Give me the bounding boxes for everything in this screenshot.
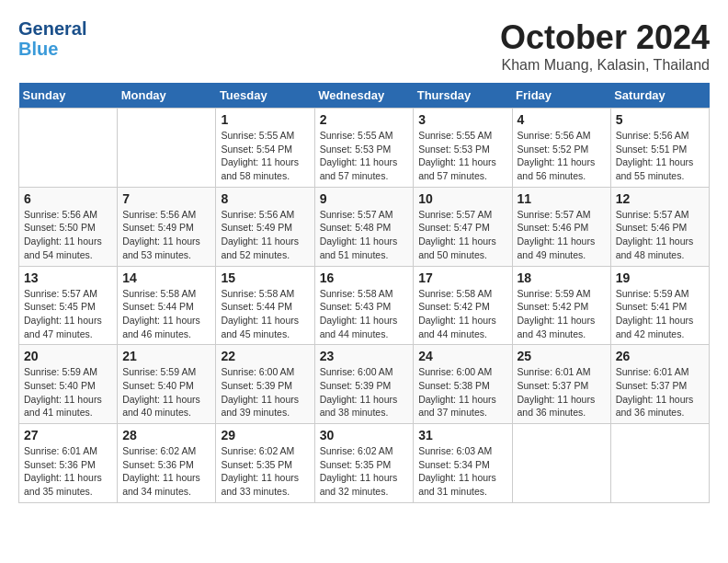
day-info: Sunrise: 6:00 AM Sunset: 5:39 PM Dayligh… — [221, 365, 309, 419]
calendar-cell: 20Sunrise: 5:59 AM Sunset: 5:40 PM Dayli… — [19, 345, 118, 424]
calendar-cell: 28Sunrise: 6:02 AM Sunset: 5:36 PM Dayli… — [118, 424, 216, 503]
calendar-cell: 16Sunrise: 5:58 AM Sunset: 5:43 PM Dayli… — [314, 266, 414, 345]
week-row-4: 20Sunrise: 5:59 AM Sunset: 5:40 PM Dayli… — [19, 345, 710, 424]
location-title: Kham Muang, Kalasin, Thailand — [500, 57, 710, 74]
day-number: 28 — [122, 428, 210, 442]
day-info: Sunrise: 5:59 AM Sunset: 5:42 PM Dayligh… — [518, 287, 606, 341]
day-number: 8 — [221, 191, 309, 206]
calendar-cell: 11Sunrise: 5:57 AM Sunset: 5:46 PM Dayli… — [512, 187, 610, 266]
day-number: 23 — [320, 349, 409, 363]
day-info: Sunrise: 5:55 AM Sunset: 5:54 PM Dayligh… — [221, 129, 309, 183]
day-info: Sunrise: 5:58 AM Sunset: 5:42 PM Dayligh… — [418, 287, 506, 341]
weekday-header-tuesday: Tuesday — [216, 83, 314, 109]
day-number: 30 — [320, 428, 409, 442]
calendar-cell: 23Sunrise: 6:00 AM Sunset: 5:39 PM Dayli… — [314, 345, 414, 424]
day-number: 17 — [418, 270, 506, 285]
calendar-cell: 2Sunrise: 5:55 AM Sunset: 5:53 PM Daylig… — [314, 109, 414, 188]
day-number: 2 — [320, 112, 409, 127]
calendar-cell: 30Sunrise: 6:02 AM Sunset: 5:35 PM Dayli… — [314, 424, 414, 503]
logo: General Blue — [18, 18, 86, 59]
calendar-cell: 17Sunrise: 5:58 AM Sunset: 5:42 PM Dayli… — [414, 266, 512, 345]
day-number: 20 — [24, 349, 112, 363]
day-info: Sunrise: 6:01 AM Sunset: 5:37 PM Dayligh… — [616, 365, 704, 419]
day-info: Sunrise: 5:56 AM Sunset: 5:50 PM Dayligh… — [24, 208, 112, 262]
weekday-header-sunday: Sunday — [19, 83, 118, 109]
day-info: Sunrise: 5:56 AM Sunset: 5:49 PM Dayligh… — [221, 208, 309, 262]
week-row-2: 6Sunrise: 5:56 AM Sunset: 5:50 PM Daylig… — [19, 187, 710, 266]
weekday-header-saturday: Saturday — [610, 83, 709, 109]
calendar-cell: 9Sunrise: 5:57 AM Sunset: 5:48 PM Daylig… — [314, 187, 414, 266]
calendar-cell: 14Sunrise: 5:58 AM Sunset: 5:44 PM Dayli… — [118, 266, 216, 345]
weekday-header-thursday: Thursday — [414, 83, 512, 109]
weekday-header-wednesday: Wednesday — [314, 83, 414, 109]
day-info: Sunrise: 6:01 AM Sunset: 5:37 PM Dayligh… — [518, 365, 606, 419]
day-number: 16 — [320, 270, 409, 285]
calendar-cell — [512, 424, 610, 503]
calendar-cell: 24Sunrise: 6:00 AM Sunset: 5:38 PM Dayli… — [414, 345, 512, 424]
day-info: Sunrise: 5:57 AM Sunset: 5:48 PM Dayligh… — [320, 208, 409, 262]
day-info: Sunrise: 5:55 AM Sunset: 5:53 PM Dayligh… — [320, 129, 409, 183]
calendar-cell: 22Sunrise: 6:00 AM Sunset: 5:39 PM Dayli… — [216, 345, 314, 424]
day-info: Sunrise: 5:56 AM Sunset: 5:49 PM Dayligh… — [122, 208, 210, 262]
day-number: 1 — [221, 112, 309, 127]
day-number: 19 — [616, 270, 704, 285]
calendar-cell: 21Sunrise: 5:59 AM Sunset: 5:40 PM Dayli… — [118, 345, 216, 424]
calendar-cell — [19, 109, 118, 188]
day-number: 27 — [24, 428, 112, 442]
day-info: Sunrise: 5:58 AM Sunset: 5:44 PM Dayligh… — [221, 287, 309, 341]
day-number: 13 — [24, 270, 112, 285]
calendar-cell: 12Sunrise: 5:57 AM Sunset: 5:46 PM Dayli… — [610, 187, 709, 266]
month-title: October 2024 — [500, 18, 710, 57]
day-number: 31 — [418, 428, 506, 442]
day-number: 26 — [616, 349, 704, 363]
calendar-cell: 25Sunrise: 6:01 AM Sunset: 5:37 PM Dayli… — [512, 345, 610, 424]
title-block: October 2024 Kham Muang, Kalasin, Thaila… — [500, 18, 710, 74]
calendar-cell: 18Sunrise: 5:59 AM Sunset: 5:42 PM Dayli… — [512, 266, 610, 345]
day-number: 10 — [418, 191, 506, 206]
week-row-5: 27Sunrise: 6:01 AM Sunset: 5:36 PM Dayli… — [19, 424, 710, 503]
logo-line2: Blue — [18, 39, 58, 59]
calendar-cell: 29Sunrise: 6:02 AM Sunset: 5:35 PM Dayli… — [216, 424, 314, 503]
calendar-cell: 4Sunrise: 5:56 AM Sunset: 5:52 PM Daylig… — [512, 109, 610, 188]
day-number: 14 — [122, 270, 210, 285]
day-number: 9 — [320, 191, 409, 206]
calendar-cell: 15Sunrise: 5:58 AM Sunset: 5:44 PM Dayli… — [216, 266, 314, 345]
logo-container: General Blue — [18, 18, 86, 59]
calendar-cell: 5Sunrise: 5:56 AM Sunset: 5:51 PM Daylig… — [610, 109, 709, 188]
day-info: Sunrise: 6:00 AM Sunset: 5:38 PM Dayligh… — [418, 365, 506, 419]
day-number: 25 — [518, 349, 606, 363]
week-row-3: 13Sunrise: 5:57 AM Sunset: 5:45 PM Dayli… — [19, 266, 710, 345]
calendar-cell: 3Sunrise: 5:55 AM Sunset: 5:53 PM Daylig… — [414, 109, 512, 188]
day-info: Sunrise: 5:57 AM Sunset: 5:45 PM Dayligh… — [24, 287, 112, 341]
day-info: Sunrise: 5:58 AM Sunset: 5:43 PM Dayligh… — [320, 287, 409, 341]
day-number: 18 — [518, 270, 606, 285]
day-number: 3 — [418, 112, 506, 127]
day-number: 5 — [616, 112, 704, 127]
calendar-cell: 1Sunrise: 5:55 AM Sunset: 5:54 PM Daylig… — [216, 109, 314, 188]
day-number: 7 — [122, 191, 210, 206]
day-number: 11 — [518, 191, 606, 206]
calendar-cell: 26Sunrise: 6:01 AM Sunset: 5:37 PM Dayli… — [610, 345, 709, 424]
day-info: Sunrise: 5:57 AM Sunset: 5:46 PM Dayligh… — [518, 208, 606, 262]
day-info: Sunrise: 5:56 AM Sunset: 5:51 PM Dayligh… — [616, 129, 704, 183]
calendar-cell: 19Sunrise: 5:59 AM Sunset: 5:41 PM Dayli… — [610, 266, 709, 345]
day-number: 24 — [418, 349, 506, 363]
day-info: Sunrise: 5:56 AM Sunset: 5:52 PM Dayligh… — [518, 129, 606, 183]
day-info: Sunrise: 6:02 AM Sunset: 5:35 PM Dayligh… — [221, 444, 309, 499]
weekday-header-friday: Friday — [512, 83, 610, 109]
day-info: Sunrise: 6:02 AM Sunset: 5:36 PM Dayligh… — [122, 444, 210, 499]
weekday-header-row: SundayMondayTuesdayWednesdayThursdayFrid… — [19, 83, 710, 109]
day-number: 21 — [122, 349, 210, 363]
day-number: 22 — [221, 349, 309, 363]
day-info: Sunrise: 5:59 AM Sunset: 5:40 PM Dayligh… — [24, 365, 112, 419]
day-info: Sunrise: 6:02 AM Sunset: 5:35 PM Dayligh… — [320, 444, 409, 499]
day-info: Sunrise: 6:00 AM Sunset: 5:39 PM Dayligh… — [320, 365, 409, 419]
day-number: 29 — [221, 428, 309, 442]
calendar-cell: 10Sunrise: 5:57 AM Sunset: 5:47 PM Dayli… — [414, 187, 512, 266]
day-info: Sunrise: 6:01 AM Sunset: 5:36 PM Dayligh… — [24, 444, 112, 499]
day-info: Sunrise: 5:57 AM Sunset: 5:46 PM Dayligh… — [616, 208, 704, 262]
day-info: Sunrise: 6:03 AM Sunset: 5:34 PM Dayligh… — [418, 444, 506, 499]
calendar-cell: 6Sunrise: 5:56 AM Sunset: 5:50 PM Daylig… — [19, 187, 118, 266]
calendar-cell — [118, 109, 216, 188]
logo-text: General Blue — [18, 18, 86, 59]
